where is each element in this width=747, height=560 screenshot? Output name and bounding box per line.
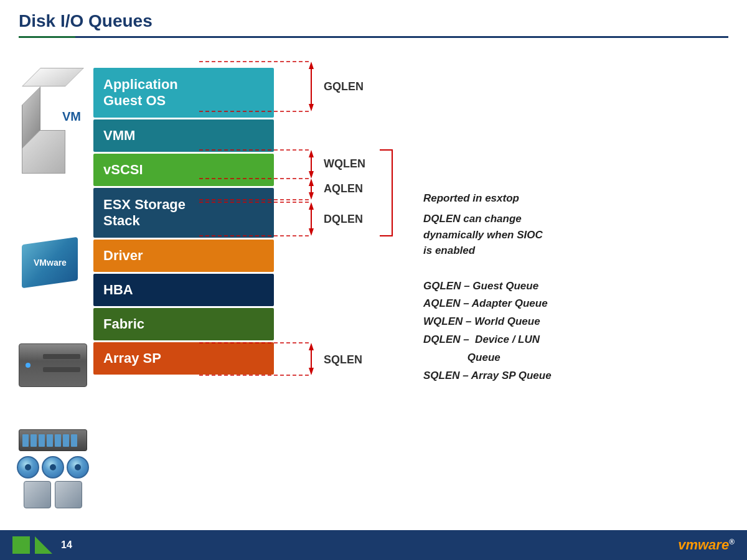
stack-vscsi-label: vSCSI	[103, 162, 143, 178]
rack-slot	[31, 434, 37, 447]
vm-label: VM	[62, 110, 81, 124]
legend-wqlen: WQLEN – World Queue	[423, 313, 635, 331]
svg-marker-4	[309, 104, 314, 111]
dqlen-note: DQLEN can changedynamically when SIOCis …	[423, 211, 635, 259]
page-title: Disk I/O Queues	[19, 11, 728, 31]
rack-slot	[47, 434, 53, 447]
legend-sqlen: SQLEN – Array SP Queue	[423, 367, 635, 385]
stack-application-label: ApplicationGuest OS	[103, 77, 178, 109]
svg-text:DQLEN: DQLEN	[324, 213, 363, 225]
main-content: VM VMware	[0, 43, 747, 553]
gqlen-label: GQLEN	[324, 80, 364, 93]
stack-array: Array SP	[93, 342, 274, 375]
reported-label: Reported in esxtop	[423, 192, 635, 205]
footer-green-box	[12, 536, 30, 554]
stack-esx-label: ESX StorageStack	[103, 197, 186, 229]
svg-marker-13	[309, 179, 314, 186]
legend-aqlen: AQLEN – Adapter Queue	[423, 295, 635, 313]
svg-marker-9	[309, 171, 314, 179]
stack-esx: ESX StorageStack	[93, 188, 274, 238]
svg-marker-14	[309, 192, 314, 200]
logo-ware: ware	[698, 537, 729, 553]
server-light	[26, 363, 31, 368]
stack-vscsi: vSCSI	[93, 154, 274, 186]
stack-driver-label: Driver	[103, 248, 143, 264]
rack-slot	[71, 434, 77, 447]
rack-slot	[22, 434, 29, 447]
stack-vmm-label: VMM	[103, 128, 135, 144]
page-number: 14	[61, 539, 72, 551]
rack-slot	[39, 434, 45, 447]
server-drive-1	[43, 354, 80, 359]
icons-column: VM VMware	[12, 55, 93, 553]
svg-marker-26	[309, 368, 314, 375]
logo-vm: vm	[678, 537, 698, 553]
footer-left: 14	[12, 536, 72, 554]
stack-column: ApplicationGuest OS VMM vSCSI ESX Storag…	[93, 68, 274, 553]
rack-slot	[55, 434, 61, 447]
stack-fabric: Fabric	[93, 308, 274, 340]
legend-gqlen: GQLEN – Guest Queue	[423, 278, 635, 296]
storage-array-icon	[17, 429, 89, 508]
footer-triangle	[35, 536, 52, 554]
legend-dqlen: DQLEN – Device / LUN Queue	[423, 331, 635, 367]
hdd-icon	[24, 481, 51, 508]
svg-text:WQLEN: WQLEN	[324, 157, 365, 170]
dqlen-note-text: DQLEN can changedynamically when SIOCis …	[423, 213, 543, 256]
hdd-icon	[55, 481, 82, 508]
disk-icon	[42, 456, 64, 478]
info-panel: Reported in esxtop DQLEN can changedynam…	[411, 68, 635, 553]
hdd-group	[24, 481, 82, 508]
stack-hba: HBA	[93, 274, 274, 306]
diamond-shape: VMware	[22, 237, 78, 289]
disk-icon	[17, 456, 39, 478]
server-drive-2	[43, 367, 80, 372]
stack-application: ApplicationGuest OS	[93, 68, 274, 118]
svg-marker-3	[309, 62, 314, 69]
disk-icon	[67, 456, 89, 478]
legend: GQLEN – Guest Queue AQLEN – Adapter Queu…	[423, 278, 635, 385]
svg-marker-20	[309, 228, 314, 236]
stack-hba-label: HBA	[103, 282, 133, 298]
stack-fabric-label: Fabric	[103, 316, 144, 332]
header-divider	[19, 36, 728, 38]
storage-rack	[19, 429, 87, 451]
svg-marker-8	[309, 150, 314, 157]
logo-reg: ®	[729, 538, 735, 546]
vmware-diamond-icon: VMware	[22, 241, 84, 291]
svg-marker-25	[309, 343, 314, 350]
vm-cube-icon: VM	[22, 68, 84, 130]
svg-text:SQLEN: SQLEN	[324, 353, 362, 366]
stack-vmm: VMM	[93, 119, 274, 152]
stack-driver: Driver	[93, 240, 274, 272]
disks-row	[17, 456, 89, 478]
rack-slot	[63, 434, 69, 447]
server-icon	[19, 343, 87, 387]
vmware-icon-label: VMware	[34, 258, 67, 268]
vmware-footer-logo: vmware®	[678, 537, 735, 553]
slide-footer: 14 vmware®	[0, 530, 747, 560]
cube-top-face	[22, 68, 84, 86]
svg-marker-19	[309, 202, 314, 210]
svg-text:AQLEN: AQLEN	[324, 182, 363, 195]
slide-header: Disk I/O Queues	[0, 0, 747, 43]
stack-array-label: Array SP	[103, 350, 161, 366]
